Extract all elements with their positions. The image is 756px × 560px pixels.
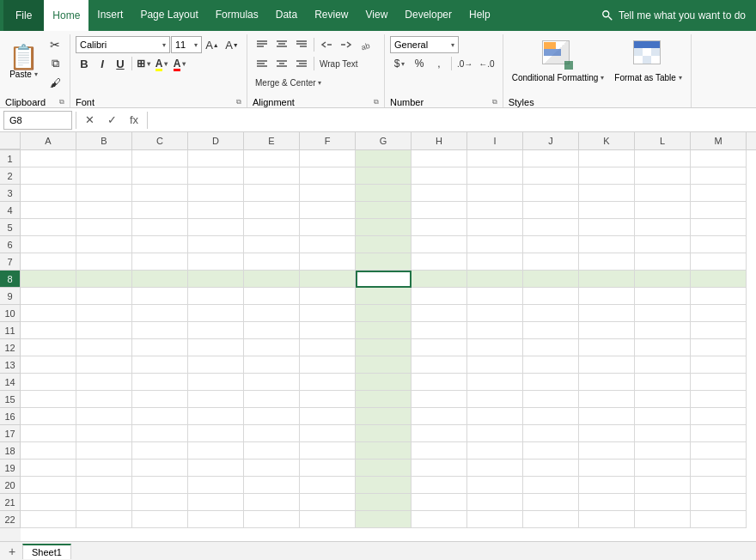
cell-G8[interactable] [356, 271, 412, 288]
cell-L22[interactable] [635, 511, 691, 528]
row-header-10[interactable]: 10 [0, 305, 21, 322]
comma-button[interactable]: , [430, 55, 448, 72]
file-menu-item[interactable]: File [3, 0, 44, 31]
developer-menu-item[interactable]: Developer [396, 0, 460, 31]
cell-D18[interactable] [188, 442, 244, 460]
insert-menu-item[interactable]: Insert [88, 0, 131, 31]
align-center-button[interactable] [272, 55, 291, 72]
align-right-button[interactable] [292, 55, 311, 72]
cell-I8[interactable] [467, 271, 523, 288]
decrease-indent-button[interactable] [317, 36, 336, 53]
cell-B4[interactable] [76, 202, 132, 219]
cell-B9[interactable] [76, 288, 132, 305]
cell-F12[interactable] [300, 339, 356, 356]
cell-I21[interactable] [467, 494, 523, 511]
col-header-H[interactable]: H [412, 132, 467, 149]
conditional-formatting-button[interactable]: Conditional Formatting▾ [509, 36, 608, 88]
cell-D14[interactable] [188, 374, 244, 391]
cell-M15[interactable] [691, 391, 747, 408]
cell-E17[interactable] [244, 425, 300, 442]
cell-H14[interactable] [412, 374, 467, 391]
cell-A3[interactable] [21, 185, 76, 202]
cell-L3[interactable] [635, 185, 691, 202]
cell-H5[interactable] [412, 219, 467, 236]
cell-D11[interactable] [188, 322, 244, 339]
cell-D15[interactable] [188, 391, 244, 408]
cell-F22[interactable] [300, 511, 356, 528]
add-sheet-button[interactable]: + [3, 544, 21, 559]
cell-L14[interactable] [635, 374, 691, 391]
cell-E1[interactable] [244, 150, 300, 167]
row-header-19[interactable]: 19 [0, 460, 21, 477]
cell-M2[interactable] [691, 167, 747, 185]
col-header-K[interactable]: K [579, 132, 635, 149]
cell-I6[interactable] [467, 236, 523, 253]
cell-B12[interactable] [76, 339, 132, 356]
cell-M19[interactable] [691, 460, 747, 477]
cell-I18[interactable] [467, 442, 523, 460]
cell-B10[interactable] [76, 305, 132, 322]
align-left-button[interactable] [253, 55, 271, 72]
row-header-15[interactable]: 15 [0, 391, 21, 408]
row-header-20[interactable]: 20 [0, 477, 21, 494]
formulas-menu-item[interactable]: Formulas [207, 0, 267, 31]
cell-G12[interactable] [356, 339, 412, 356]
angle-text-button[interactable]: ab [357, 36, 375, 53]
cell-L21[interactable] [635, 494, 691, 511]
cell-C10[interactable] [132, 305, 188, 322]
cell-H13[interactable] [412, 356, 467, 374]
cell-H8[interactable] [412, 271, 467, 288]
cell-G2[interactable] [356, 167, 412, 185]
cell-H12[interactable] [412, 339, 467, 356]
cell-A13[interactable] [21, 356, 76, 374]
name-box[interactable]: G8 [3, 111, 72, 130]
row-header-12[interactable]: 12 [0, 339, 21, 356]
cell-E14[interactable] [244, 374, 300, 391]
cell-C2[interactable] [132, 167, 188, 185]
cell-F1[interactable] [300, 150, 356, 167]
cell-J22[interactable] [523, 511, 579, 528]
cell-B5[interactable] [76, 219, 132, 236]
cell-J5[interactable] [523, 219, 579, 236]
cell-L6[interactable] [635, 236, 691, 253]
cell-A16[interactable] [21, 408, 76, 425]
cell-H16[interactable] [412, 408, 467, 425]
col-header-G[interactable]: G [356, 132, 412, 149]
cell-J13[interactable] [523, 356, 579, 374]
align-top-center-button[interactable] [272, 36, 291, 53]
cell-K4[interactable] [579, 202, 635, 219]
cell-L4[interactable] [635, 202, 691, 219]
cell-C15[interactable] [132, 391, 188, 408]
row-header-22[interactable]: 22 [0, 511, 21, 528]
align-top-right-button[interactable] [292, 36, 311, 53]
cell-M13[interactable] [691, 356, 747, 374]
page-layout-menu-item[interactable]: Page Layout [131, 0, 206, 31]
cell-B6[interactable] [76, 236, 132, 253]
cell-C12[interactable] [132, 339, 188, 356]
col-header-M[interactable]: M [691, 132, 747, 149]
cell-I5[interactable] [467, 219, 523, 236]
cell-A19[interactable] [21, 460, 76, 477]
fill-color-button[interactable]: A ▾ [153, 55, 170, 72]
currency-button[interactable]: $▾ [390, 55, 409, 72]
cell-M6[interactable] [691, 236, 747, 253]
cell-J19[interactable] [523, 460, 579, 477]
cell-I16[interactable] [467, 408, 523, 425]
cell-M20[interactable] [691, 477, 747, 494]
cell-J11[interactable] [523, 322, 579, 339]
cell-G13[interactable] [356, 356, 412, 374]
cell-M21[interactable] [691, 494, 747, 511]
cell-I4[interactable] [467, 202, 523, 219]
cell-G20[interactable] [356, 477, 412, 494]
col-header-A[interactable]: A [21, 132, 76, 149]
cell-H11[interactable] [412, 322, 467, 339]
insert-function-button[interactable]: fx [125, 111, 143, 130]
cell-E5[interactable] [244, 219, 300, 236]
cell-G19[interactable] [356, 460, 412, 477]
cell-D13[interactable] [188, 356, 244, 374]
cell-G1[interactable] [356, 150, 412, 167]
row-header-4[interactable]: 4 [0, 202, 21, 219]
number-format-dropdown[interactable]: General ▾ [390, 36, 459, 53]
cell-B16[interactable] [76, 408, 132, 425]
cell-I12[interactable] [467, 339, 523, 356]
